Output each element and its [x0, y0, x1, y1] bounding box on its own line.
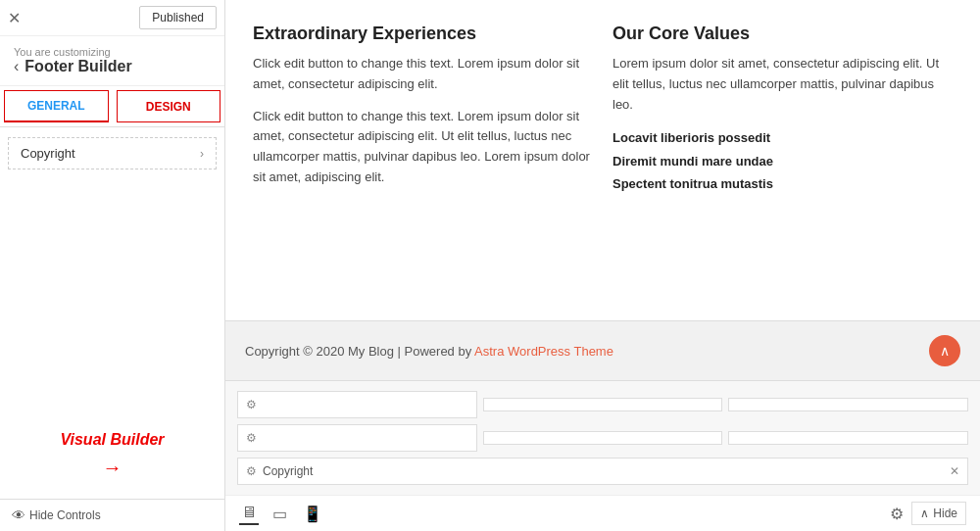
gear-icon[interactable]: ⚙ [246, 431, 257, 445]
builder-cell [483, 431, 723, 445]
content-area: ✕ Published You are customizing ‹ Footer… [0, 0, 980, 531]
hide-controls-label: Hide Controls [29, 508, 101, 522]
tab-design[interactable]: DESIGN [117, 90, 221, 122]
footer-copyright-text: Copyright © 2020 My Blog | Powered by [245, 344, 474, 359]
visual-builder-area: Visual Builder → [0, 411, 224, 499]
content-col-2: Our Core Values Lorem ipsum dolor sit am… [612, 24, 953, 297]
hide-chevron-icon: ∧ [920, 507, 929, 520]
footer-theme-link[interactable]: Astra WordPress Theme [474, 344, 613, 359]
settings-gear-button[interactable]: ⚙ [890, 505, 904, 523]
list-item: Diremit mundi mare undae [612, 150, 953, 172]
app-container: ✕ Published You are customizing ‹ Footer… [0, 0, 980, 531]
desktop-device-button[interactable]: 🖥 [239, 502, 259, 525]
gear-icon[interactable]: ⚙ [246, 464, 257, 478]
footer-text: Copyright © 2020 My Blog | Powered by As… [245, 344, 613, 359]
close-button[interactable]: ✕ [8, 9, 21, 27]
copyright-cell-label: Copyright [263, 464, 313, 478]
col2-list: Locavit liberioris possedit Diremit mund… [612, 126, 953, 195]
builder-cell: ⚙ [237, 424, 477, 452]
tab-general[interactable]: GENERAL [4, 90, 109, 122]
sidebar-bottom: 👁 Hide Controls [0, 499, 224, 531]
device-icons: 🖥 ▭ 📱 [239, 502, 324, 525]
customizing-label: You are customizing [14, 46, 211, 58]
col1-para-2: Click edit button to change this text. L… [253, 107, 593, 188]
footer-bar: Copyright © 2020 My Blog | Powered by As… [225, 320, 980, 380]
mobile-device-button[interactable]: 📱 [301, 502, 324, 525]
gear-icon[interactable]: ⚙ [246, 398, 257, 411]
hide-label: Hide [933, 507, 957, 520]
builder-cell: ⚙ [237, 391, 477, 418]
col1-heading: Extraordinary Experiences [253, 24, 593, 44]
action-bar: 🖥 ▭ 📱 ⚙ ∧ Hide [225, 495, 980, 531]
hide-button[interactable]: ∧ Hide [911, 502, 966, 525]
list-item: Spectent tonitrua mutastis [612, 172, 953, 195]
col2-heading: Our Core Values [612, 24, 953, 44]
customizing-section: You are customizing ‹ Footer Builder [0, 36, 224, 86]
builder-cell [728, 398, 968, 411]
tabs-row: GENERAL DESIGN [0, 86, 224, 127]
builder-cell [483, 398, 723, 411]
builder-cell-copyright: ⚙ Copyright ✕ [237, 458, 968, 485]
sidebar: ✕ Published You are customizing ‹ Footer… [0, 0, 225, 531]
visual-builder-label: Visual Builder [60, 431, 164, 449]
eye-icon: 👁 [12, 507, 25, 523]
builder-row-1: ⚙ [237, 391, 968, 418]
sidebar-item-arrow-icon: › [200, 147, 204, 161]
sidebar-topbar: ✕ Published [0, 0, 224, 36]
sidebar-items: Copyright › [0, 127, 224, 411]
visual-builder-arrow-icon: → [103, 457, 122, 479]
sidebar-item-copyright[interactable]: Copyright › [8, 137, 217, 169]
list-item: Locavit liberioris possedit [612, 126, 953, 149]
close-icon: ✕ [8, 9, 21, 27]
builder-row-2: ⚙ [237, 424, 968, 452]
hide-controls-button[interactable]: 👁 Hide Controls [12, 507, 101, 523]
builder-cell [728, 431, 968, 445]
content-top: Extraordinary Experiences Click edit but… [225, 0, 980, 320]
scroll-top-button[interactable]: ∧ [929, 335, 960, 366]
tablet-device-button[interactable]: ▭ [270, 502, 289, 525]
back-button[interactable]: ‹ [14, 58, 19, 75]
main-content: Extraordinary Experiences Click edit but… [225, 0, 980, 531]
sidebar-item-label: Copyright [21, 146, 75, 161]
builder-grid: ⚙ ⚙ ⚙ Copyright [225, 380, 980, 495]
col1-para-1: Click edit button to change this text. L… [253, 54, 593, 95]
published-button[interactable]: Published [139, 6, 217, 29]
builder-row-3: ⚙ Copyright ✕ [237, 458, 968, 485]
right-actions: ⚙ ∧ Hide [890, 502, 966, 525]
col2-intro: Lorem ipsum dolor sit amet, consectetur … [612, 54, 953, 115]
close-cell-icon[interactable]: ✕ [950, 464, 959, 478]
builder-title: Footer Builder [24, 58, 131, 75]
builder-title-row: ‹ Footer Builder [14, 58, 211, 75]
content-col-1: Extraordinary Experiences Click edit but… [253, 24, 593, 297]
